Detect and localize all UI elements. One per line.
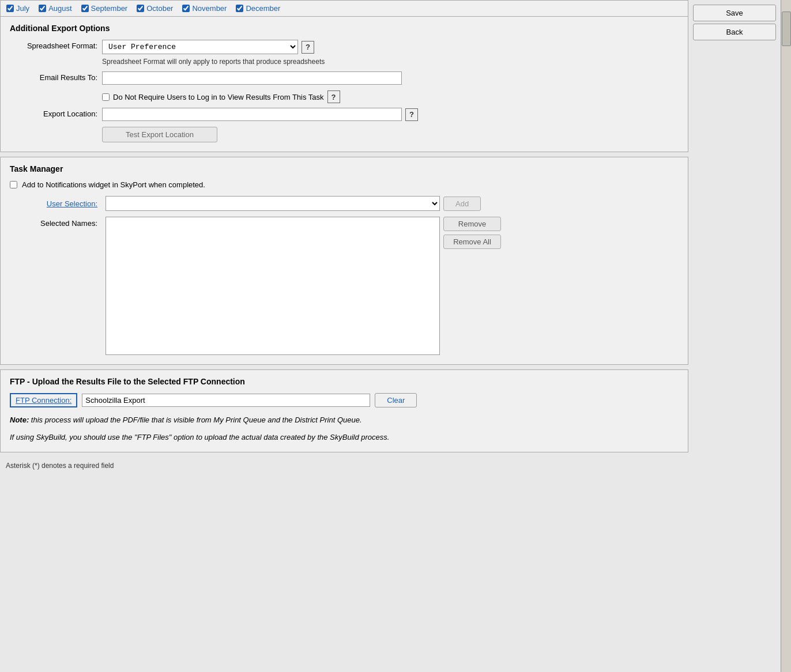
no-login-row: Do Not Require Users to Log in to View R… — [102, 90, 679, 103]
user-selection-row: User Selection: Add — [10, 196, 679, 211]
asterisk-note: Asterisk (*) denotes a required field — [0, 457, 688, 474]
save-button[interactable]: Save — [693, 5, 776, 21]
notifications-row: Add to Notifications widget in SkyPort w… — [10, 180, 679, 189]
months-strip: July August September October November D… — [0, 0, 688, 16]
additional-export-title: Additional Export Options — [10, 24, 679, 33]
export-location-content: ? — [102, 108, 679, 121]
ftp-section: FTP - Upload the Results File to the Sel… — [0, 369, 688, 452]
spreadsheet-format-label: Spreadsheet Format: — [10, 40, 102, 50]
ftp-note-bold: Note: — [10, 416, 29, 424]
spreadsheet-format-help-icon[interactable]: ? — [302, 41, 314, 54]
scrollbar[interactable] — [781, 0, 791, 672]
remove-all-button[interactable]: Remove All — [443, 235, 501, 249]
month-december-checkbox[interactable] — [236, 5, 243, 12]
add-user-button[interactable]: Add — [443, 197, 481, 211]
spreadsheet-format-select-row: User Preference Excel (.xlsx) CSV PDF ? — [102, 40, 679, 54]
spreadsheet-format-select[interactable]: User Preference Excel (.xlsx) CSV PDF — [102, 40, 298, 54]
spreadsheet-format-content: User Preference Excel (.xlsx) CSV PDF ? … — [102, 40, 679, 66]
month-september-label: September — [91, 4, 128, 13]
ftp-connection-row: FTP Connection: Clear — [10, 393, 679, 407]
task-manager-title: Task Manager — [10, 164, 679, 173]
month-september[interactable]: September — [81, 4, 128, 13]
month-august[interactable]: August — [39, 4, 71, 13]
selected-names-row: Selected Names: Remove Remove All — [10, 217, 679, 355]
ftp-note: Note: this process will upload the PDF/f… — [10, 414, 679, 443]
notifications-label: Add to Notifications widget in SkyPort w… — [22, 180, 205, 189]
email-results-label: Email Results To: — [10, 71, 102, 82]
ftp-connection-input[interactable] — [82, 394, 370, 407]
month-november-checkbox[interactable] — [182, 5, 190, 12]
month-september-checkbox[interactable] — [81, 5, 89, 12]
export-location-help-icon[interactable]: ? — [405, 108, 418, 121]
export-location-input[interactable] — [102, 108, 402, 121]
spreadsheet-format-hint: Spreadsheet Format will only apply to re… — [102, 58, 679, 66]
month-october-label: October — [146, 4, 173, 13]
scrollbar-thumb[interactable] — [782, 12, 791, 46]
asterisk-note-text: Asterisk (*) denotes a required field — [6, 462, 114, 470]
month-july-checkbox[interactable] — [6, 5, 14, 12]
task-manager-section: Task Manager Add to Notifications widget… — [0, 157, 688, 365]
user-selection-label[interactable]: User Selection: — [10, 199, 102, 208]
ftp-clear-button[interactable]: Clear — [375, 393, 417, 407]
month-december[interactable]: December — [236, 4, 280, 13]
month-november-label: November — [192, 4, 227, 13]
month-august-label: August — [48, 4, 71, 13]
month-november[interactable]: November — [182, 4, 227, 13]
remove-button[interactable]: Remove — [443, 217, 501, 231]
no-login-help-icon[interactable]: ? — [327, 90, 340, 103]
additional-export-section: Additional Export Options Spreadsheet Fo… — [0, 16, 688, 152]
export-location-row: Export Location: ? — [10, 108, 679, 121]
month-october-checkbox[interactable] — [137, 5, 144, 12]
email-results-input[interactable] — [102, 71, 402, 85]
export-location-label: Export Location: — [10, 108, 102, 118]
no-login-label: Do Not Require Users to Log in to View R… — [113, 93, 324, 101]
test-export-location-button[interactable]: Test Export Location — [102, 127, 217, 142]
ftp-note2-text: If using SkyBuild, you should use the "F… — [10, 433, 389, 441]
notifications-checkbox[interactable] — [10, 181, 17, 188]
spreadsheet-format-row: Spreadsheet Format: User Preference Exce… — [10, 40, 679, 66]
no-login-checkbox[interactable] — [102, 93, 110, 101]
back-button[interactable]: Back — [693, 24, 776, 40]
ftp-section-title: FTP - Upload the Results File to the Sel… — [10, 377, 679, 386]
month-october[interactable]: October — [137, 4, 173, 13]
names-action-buttons: Remove Remove All — [443, 217, 501, 249]
email-results-content — [102, 71, 679, 85]
month-august-checkbox[interactable] — [39, 5, 46, 12]
selected-names-label: Selected Names: — [10, 217, 102, 228]
right-sidebar: Save Back — [688, 0, 781, 672]
email-results-row: Email Results To: — [10, 71, 679, 85]
ftp-note-text: this process will upload the PDF/file th… — [31, 416, 362, 424]
selected-names-textarea[interactable] — [106, 217, 440, 355]
user-selection-dropdown[interactable] — [106, 196, 440, 211]
month-july[interactable]: July — [6, 4, 29, 13]
month-july-label: July — [16, 4, 29, 13]
month-december-label: December — [246, 4, 280, 13]
ftp-connection-label-button[interactable]: FTP Connection: — [10, 393, 77, 407]
